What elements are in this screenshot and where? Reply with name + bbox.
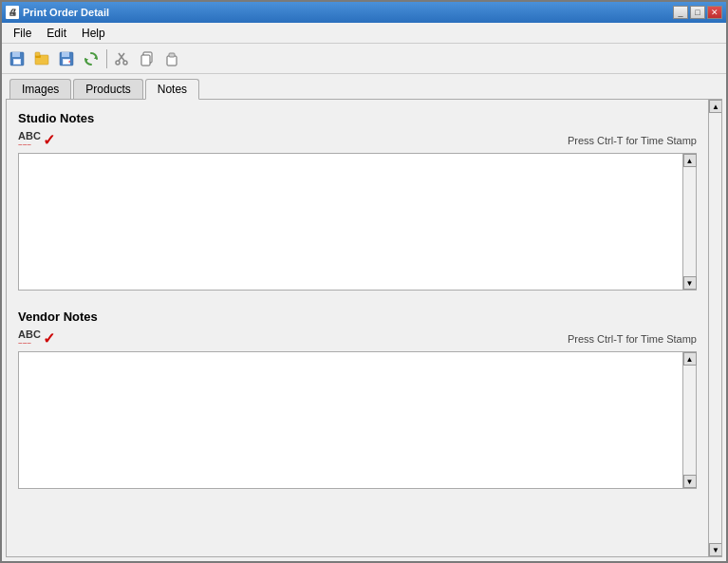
vendor-spell-check-icon: ABC ~~~ ✓ [18,329,55,347]
vendor-notes-scrollbar[interactable]: ▲ ▼ [682,352,696,488]
svg-rect-19 [141,55,150,66]
save-button[interactable] [6,47,28,70]
vendor-notes-textarea[interactable] [19,352,682,488]
tab-images[interactable]: Images [9,79,71,99]
studio-notes-section: Studio Notes ABC ~~~ ✓ Press Ctrl-T for … [18,111,697,291]
checkmark-icon: ✓ [43,133,55,148]
vendor-notes-section: Vendor Notes ABC ~~~ ✓ Press Ctrl-T for … [18,310,697,489]
svg-rect-1 [12,52,20,57]
vendor-notes-wrapper: ▲ ▼ [18,351,697,489]
tab-content-area: Studio Notes ABC ~~~ ✓ Press Ctrl-T for … [6,99,722,557]
studio-scroll-track[interactable] [683,167,696,276]
spell-check-icon: ABC ~~~ ✓ [18,131,55,149]
studio-scroll-up[interactable]: ▲ [683,154,697,167]
open-button[interactable] [30,47,53,70]
titlebar-left: 🖨 Print Order Detail [6,6,109,19]
toolbar: * [2,44,726,74]
menu-edit[interactable]: Edit [39,25,74,42]
content-area: Images Products Notes Studio Notes ABC ~… [2,74,726,561]
paste-button[interactable] [160,47,183,70]
tab-bar: Images Products Notes [2,74,726,99]
close-button[interactable]: ✕ [707,6,722,19]
tab-content-scroll[interactable]: Studio Notes ABC ~~~ ✓ Press Ctrl-T for … [7,100,708,556]
cut-button[interactable] [111,47,134,70]
studio-notes-wrapper: ▲ ▼ [18,153,697,291]
vendor-scroll-up[interactable]: ▲ [683,352,697,366]
vendor-checkmark-icon: ✓ [43,331,55,347]
outer-scroll-down[interactable]: ▼ [709,543,722,556]
vendor-scroll-track[interactable] [683,366,696,475]
studio-notes-textarea[interactable] [19,154,682,290]
vendor-timestamp-hint: Press Ctrl-T for Time Stamp [568,333,697,345]
copy-button[interactable] [136,47,159,70]
tab-products[interactable]: Products [73,79,142,99]
vendor-notes-title: Vendor Notes [18,310,697,324]
window-icon: 🖨 [6,6,19,19]
vendor-scroll-down[interactable]: ▼ [683,475,697,488]
titlebar-controls: _ □ ✕ [673,6,722,19]
svg-point-16 [116,61,120,65]
outer-scroll-up[interactable]: ▲ [709,100,722,113]
svg-rect-8 [62,52,69,57]
toolbar-separator-1 [106,49,107,68]
menubar: File Edit Help [2,23,726,44]
maximize-button[interactable]: □ [690,6,705,19]
svg-point-17 [123,61,127,65]
studio-notes-toolbar: ABC ~~~ ✓ Press Ctrl-T for Time Stamp [18,131,697,149]
studio-notes-scrollbar[interactable]: ▲ ▼ [682,154,696,290]
tab-notes[interactable]: Notes [145,79,199,100]
studio-timestamp-hint: Press Ctrl-T for Time Stamp [568,135,697,146]
refresh-button[interactable] [80,47,103,70]
menu-help[interactable]: Help [74,25,113,42]
menu-file[interactable]: File [6,25,39,42]
svg-rect-6 [35,52,40,56]
outer-scroll-track[interactable] [709,113,721,543]
studio-scroll-down[interactable]: ▼ [683,276,697,290]
main-window: 🖨 Print Order Detail _ □ ✕ File Edit Hel… [0,0,728,563]
save-as-button[interactable]: * [55,47,78,70]
titlebar: 🖨 Print Order Detail _ □ ✕ [2,2,726,23]
window-title: Print Order Detail [23,7,109,18]
vendor-notes-toolbar: ABC ~~~ ✓ Press Ctrl-T for Time Stamp [18,329,697,347]
minimize-button[interactable]: _ [673,6,688,19]
abc-icon: ABC ~~~ [18,131,41,149]
studio-notes-title: Studio Notes [18,111,697,125]
svg-rect-21 [169,53,175,57]
vendor-abc-icon: ABC ~~~ [18,329,41,347]
svg-rect-3 [14,60,20,64]
outer-scrollbar[interactable]: ▲ ▼ [708,100,721,556]
